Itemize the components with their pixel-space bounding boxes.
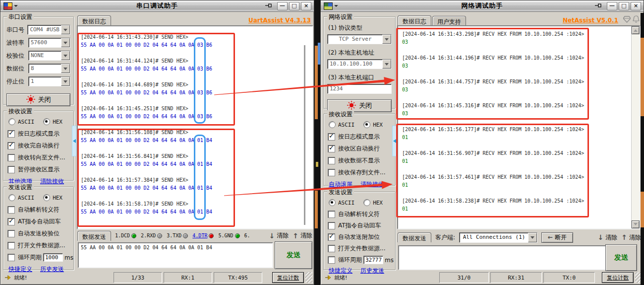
client-select[interactable]: All Connections (1) — [459, 232, 537, 243]
radio-ascii[interactable]: ASCII — [329, 121, 354, 128]
maximize-button[interactable]: □ — [289, 2, 299, 10]
checkbox-redirect-file[interactable]: 接收转向至文件... — [7, 153, 73, 162]
netassist-version-link[interactable]: NetAssist V5.0.1 — [563, 17, 618, 24]
parity-select[interactable]: NONE — [28, 51, 70, 61]
chevron-down-icon[interactable] — [61, 38, 70, 47]
radio-hex[interactable]: HEX — [363, 121, 383, 128]
host-port-input[interactable]: 1234 — [327, 84, 392, 94]
radio-hex[interactable]: HEX — [43, 194, 62, 201]
log-scrollbar[interactable] — [304, 45, 305, 225]
scroll-down-button[interactable] — [632, 220, 640, 228]
chevron-down-icon[interactable] — [528, 233, 537, 242]
auto-scroll-link[interactable]: 自动滚屏 — [329, 180, 352, 189]
disconnect-button[interactable]: ←断开 — [541, 232, 573, 243]
checkbox-cycle-period[interactable]: 循环周期1000ms — [7, 253, 73, 262]
app-icon[interactable] — [3, 2, 12, 10]
radio-hex[interactable]: HEX — [363, 199, 383, 206]
sysmenu-chevron-down-icon[interactable] — [14, 5, 18, 9]
log-scrollbar[interactable] — [631, 26, 640, 228]
tab-user-support[interactable]: 用户支持 — [432, 16, 466, 25]
serial-log-area[interactable]: [2024-06-14 16:31:43.230]# SEND HEX>55 A… — [77, 25, 313, 229]
status-count: 1/33 — [114, 272, 162, 283]
chevron-down-icon[interactable] — [61, 77, 70, 86]
checkbox-at-cr[interactable]: AT指令自动回车 — [7, 217, 73, 226]
checkbox-auto-checksum[interactable]: 自动发送校验位 — [7, 229, 73, 238]
network-titlebar[interactable]: 网络调试助手 — □ × — [321, 0, 644, 12]
checkbox-escape-parse[interactable]: 自动解析转义符 — [7, 206, 73, 214]
minimize-button[interactable]: — — [607, 2, 617, 10]
close-button[interactable]: × — [631, 2, 641, 10]
pin-icon[interactable] — [265, 2, 273, 10]
clear-recv-link[interactable]: 清除接收 — [40, 177, 64, 186]
radio-ascii[interactable]: ASCII — [8, 194, 34, 201]
tab-data-log[interactable]: 数据日志 — [77, 15, 111, 25]
checkbox-log-mode[interactable]: 按日志模式显示 — [7, 130, 73, 138]
network-log-area[interactable]: [2024-06-14 16:31:43.298]# RECV HEX FROM… — [397, 25, 641, 229]
pin-dtr-link[interactable]: 4.DTR — [192, 233, 214, 238]
checkbox-pause-display[interactable]: 暂停接收区显示 — [7, 165, 73, 174]
baudrate-select[interactable]: 57600 — [28, 38, 70, 48]
databits-select[interactable]: 8 — [28, 64, 70, 73]
chevron-down-icon[interactable] — [61, 25, 70, 34]
reset-counter-button[interactable]: 复位计数 — [272, 272, 304, 283]
diamond-icon[interactable] — [623, 16, 631, 24]
sysmenu-chevron-down-icon[interactable] — [334, 5, 338, 9]
clear-recv-link[interactable]: 清除接收 — [360, 180, 384, 189]
protocol-select[interactable]: TCP Server — [327, 34, 392, 44]
radio-hex[interactable]: HEX — [43, 118, 62, 125]
radio-ascii[interactable]: ASCII — [329, 199, 354, 206]
host-addr-select[interactable]: 10.10.100.100 — [327, 59, 392, 69]
com-port-select[interactable]: COM4 #USB — [27, 25, 70, 35]
checkbox-log-mode[interactable]: 按日志模式显示 — [328, 133, 395, 141]
checkbox-cycle-period[interactable]: 循环周期32777ms — [328, 256, 395, 264]
tab-data-send[interactable]: 数据发送 — [398, 232, 431, 242]
send-data-input[interactable] — [398, 245, 627, 270]
maximize-button[interactable]: □ — [619, 2, 629, 10]
close-port-button[interactable]: 关闭 — [6, 93, 70, 106]
group-title: 串口设置 — [7, 13, 34, 21]
checkbox-file-source[interactable]: 打开文件数据源... — [7, 241, 73, 250]
reset-counter-button[interactable]: 复位计数 — [602, 272, 634, 283]
screen: 串口调试助手 — □ × 串口设置 串口号 COM4 #USB 波特率 5760… — [0, 0, 644, 285]
checkbox-file-source[interactable]: 打开文件数据源... — [328, 244, 395, 253]
stopbits-select[interactable]: 1 — [28, 76, 70, 86]
close-button[interactable]: × — [301, 2, 311, 10]
chevron-down-icon[interactable] — [382, 60, 391, 69]
checkbox-at-cr[interactable]: AT指令自动回车 — [328, 221, 395, 230]
checkbox-auto-newline[interactable]: 接收完自动换行 — [7, 142, 73, 150]
uartassist-version-link[interactable]: UartAssist V4.3.13 — [248, 17, 311, 24]
serial-titlebar[interactable]: 串口调试助手 — □ × — [0, 0, 314, 12]
chevron-down-icon[interactable] — [61, 51, 70, 60]
clear-recv-button[interactable]: ↓清除 — [269, 231, 289, 240]
radio-ascii[interactable]: ASCII — [8, 118, 34, 125]
chevron-down-icon[interactable] — [61, 64, 70, 73]
log-timestamp: [2024-06-14 16:31:57.384]# SEND HEX> — [81, 176, 310, 184]
scroll-up-button[interactable] — [632, 26, 640, 34]
clear-send-button[interactable]: ↑清除 — [621, 233, 641, 242]
chevron-down-icon[interactable] — [382, 35, 391, 44]
checkbox-hide-data[interactable]: 接收数据不显示 — [328, 156, 395, 165]
checkbox-auto-wrap[interactable]: 接收区自动换行 — [328, 144, 395, 153]
cycle-period-input[interactable]: 32777 — [363, 256, 383, 264]
tab-data-send[interactable]: 数据发送 — [77, 231, 111, 241]
panel-collapse-handle[interactable] — [392, 126, 397, 156]
panel-collapse-handle[interactable] — [72, 126, 76, 156]
app-icon[interactable] — [324, 2, 333, 10]
arrow-left-icon: ← — [548, 234, 553, 241]
log-entry: [2024-06-14 16:31:44.757]# RECV HEX FROM… — [402, 78, 630, 94]
pin-rxd: 2.RXD — [141, 233, 162, 238]
resize-grip[interactable] — [305, 272, 312, 283]
clear-send-button[interactable]: ↑清除 — [293, 231, 312, 240]
pin-icon[interactable] — [594, 2, 602, 10]
minimize-button[interactable]: — — [277, 2, 288, 10]
send-button[interactable]: 发送 — [605, 244, 637, 271]
tab-data-log[interactable]: 数据日志 — [398, 15, 431, 25]
checkbox-auto-append[interactable]: 自动发送附加位 — [328, 233, 395, 241]
bell-icon[interactable] — [633, 15, 640, 24]
clear-recv-button[interactable]: ↓清除 — [598, 233, 618, 242]
checkbox-save-file[interactable]: 接收保存到文件... — [328, 168, 395, 177]
send-data-input[interactable]: 55 AA 00 0A 01 00 00 D2 04 64 64 0A 0A 0… — [78, 242, 273, 268]
checkbox-escape-parse[interactable]: 自动解析转义符 — [328, 210, 395, 218]
send-button[interactable]: 发送 — [275, 241, 312, 269]
cycle-period-input[interactable]: 1000 — [43, 253, 63, 262]
